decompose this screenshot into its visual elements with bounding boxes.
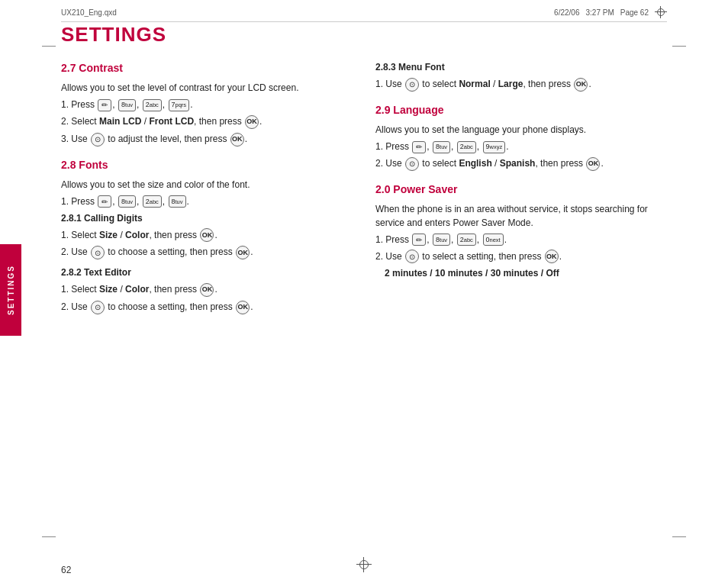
section-2-8-desc: Allows you to set the size and color of … bbox=[61, 178, 353, 192]
key-0next-1: 0next bbox=[483, 234, 504, 246]
key-ok-6: OK bbox=[236, 301, 250, 314]
key-9wxyz-1: 9wxyz bbox=[483, 141, 506, 153]
section-2-8-3-title: 2.8.3 Menu Font bbox=[375, 60, 667, 74]
key-8tuv-5: 8tuv bbox=[433, 234, 450, 246]
header-time: 3:27 PM bbox=[585, 8, 614, 17]
key-pencil-2: ✏ bbox=[98, 195, 111, 208]
section-2-7-title: 2.7 Contrast bbox=[61, 60, 353, 76]
section-2-0-note: 2 minutes / 10 minutes / 30 minutes / Of… bbox=[385, 266, 667, 280]
key-nav-3: ⊙ bbox=[91, 301, 105, 314]
section-2-8-1-step1: 1. Select Size / Color, then press OK. bbox=[61, 228, 353, 243]
crosshair-icon bbox=[655, 6, 667, 18]
margin-line-left-top bbox=[42, 46, 56, 47]
key-pencil-1: ✏ bbox=[98, 99, 111, 111]
section-2-9-step1: 1. Press ✏, 8tuv, 2abc, 9wxyz. bbox=[375, 140, 667, 153]
side-tab-label: SETTINGS bbox=[7, 265, 15, 315]
section-2-9-desc: Allows you to set the language your phon… bbox=[375, 123, 667, 137]
main-content: SETTINGS 2.7 Contrast Allows you to set … bbox=[61, 23, 667, 552]
header-filename: UX210_Eng.qxd bbox=[61, 8, 117, 17]
margin-line-right-bottom bbox=[672, 536, 686, 537]
margin-line-left-bottom bbox=[42, 536, 56, 537]
section-2-0-title: 2.0 Power Saver bbox=[375, 182, 667, 198]
right-column: 2.8.3 Menu Font 1. Use ⊙ to select Norma… bbox=[375, 60, 667, 325]
section-2-8-2-step1: 1. Select Size / Color, then press OK. bbox=[61, 282, 353, 297]
key-ok-1: OK bbox=[245, 115, 259, 129]
bottom-crosshair-icon bbox=[356, 557, 372, 572]
key-nav-5: ⊙ bbox=[405, 157, 419, 171]
section-2-0-step2: 2. Use ⊙ to select a setting, then press… bbox=[375, 250, 667, 264]
page-number: 62 bbox=[61, 565, 71, 575]
page-header: UX210_Eng.qxd 6/22/06 3:27 PM Page 62 bbox=[61, 6, 667, 22]
key-nav-4: ⊙ bbox=[405, 78, 419, 92]
section-2-8-1-title: 2.8.1 Calling Digits bbox=[61, 211, 353, 225]
key-2abc-4: 2abc bbox=[457, 234, 476, 246]
section-2-8-step1: 1. Press ✏, 8tuv, 2abc, 8tuv. bbox=[61, 195, 353, 208]
section-2-7: 2.7 Contrast Allows you to set the level… bbox=[61, 60, 353, 147]
key-pencil-4: ✏ bbox=[412, 234, 426, 246]
section-2-0-desc: When the phone is in an area without ser… bbox=[375, 202, 667, 230]
section-2-8-3: 2.8.3 Menu Font 1. Use ⊙ to select Norma… bbox=[375, 60, 667, 92]
columns-layout: 2.7 Contrast Allows you to set the level… bbox=[61, 60, 667, 325]
left-column: 2.7 Contrast Allows you to set the level… bbox=[61, 60, 353, 325]
header-center: 6/22/06 3:27 PM Page 62 bbox=[554, 6, 667, 18]
key-ok-2: OK bbox=[230, 133, 244, 147]
key-pencil-3: ✏ bbox=[412, 141, 426, 153]
key-8tuv-1: 8tuv bbox=[118, 99, 136, 111]
section-2-7-desc: Allows you to set the level of contrast … bbox=[61, 81, 353, 95]
key-ok-4: OK bbox=[236, 246, 250, 259]
section-2-8-2-step2: 2. Use ⊙ to choose a setting, then press… bbox=[61, 300, 353, 314]
key-ok-9: OK bbox=[545, 250, 559, 263]
section-2-7-step2: 2. Select Main LCD / Front LCD, then pre… bbox=[61, 114, 353, 129]
header-page: Page 62 bbox=[620, 8, 649, 17]
key-8tuv-3: 8tuv bbox=[169, 195, 186, 208]
section-2-8-title: 2.8 Fonts bbox=[61, 157, 353, 173]
section-2-0-step1: 1. Press ✏, 8tuv, 2abc, 0next. bbox=[375, 233, 667, 246]
section-2-9-title: 2.9 Language bbox=[375, 102, 667, 118]
section-2-7-step1: 1. Press ✏, 8tuv, 2abc, 7pqrs. bbox=[61, 98, 353, 111]
section-2-8: 2.8 Fonts Allows you to set the size and… bbox=[61, 157, 353, 314]
key-nav-6: ⊙ bbox=[405, 250, 419, 263]
key-2abc-2: 2abc bbox=[143, 195, 162, 208]
key-ok-3: OK bbox=[200, 228, 214, 242]
key-8tuv-4: 8tuv bbox=[433, 141, 450, 153]
key-nav-1: ⊙ bbox=[91, 133, 105, 147]
section-2-8-1-step2: 2. Use ⊙ to choose a setting, then press… bbox=[61, 245, 353, 259]
key-ok-8: OK bbox=[586, 157, 600, 171]
key-nav-2: ⊙ bbox=[91, 246, 105, 259]
key-7pqrs-1: 7pqrs bbox=[169, 99, 190, 111]
section-2-9-step2: 2. Use ⊙ to select English / Spanish, th… bbox=[375, 156, 667, 171]
page-title: SETTINGS bbox=[61, 23, 667, 47]
side-tab: SETTINGS bbox=[0, 244, 21, 336]
section-2-8-3-step1: 1. Use ⊙ to select Normal / Large, then … bbox=[375, 77, 667, 92]
key-8tuv-2: 8tuv bbox=[118, 195, 136, 208]
key-2abc-3: 2abc bbox=[457, 141, 476, 153]
key-ok-5: OK bbox=[200, 283, 214, 297]
section-2-7-step3: 3. Use ⊙ to adjust the level, then press… bbox=[61, 132, 353, 147]
key-2abc-1: 2abc bbox=[143, 99, 162, 111]
key-ok-7: OK bbox=[574, 78, 588, 92]
section-2-0: 2.0 Power Saver When the phone is in an … bbox=[375, 182, 667, 281]
header-date: 6/22/06 bbox=[554, 8, 579, 17]
section-2-9: 2.9 Language Allows you to set the langu… bbox=[375, 102, 667, 171]
margin-line-right-top bbox=[672, 46, 686, 47]
section-2-8-2-title: 2.8.2 Text Editor bbox=[61, 266, 353, 279]
